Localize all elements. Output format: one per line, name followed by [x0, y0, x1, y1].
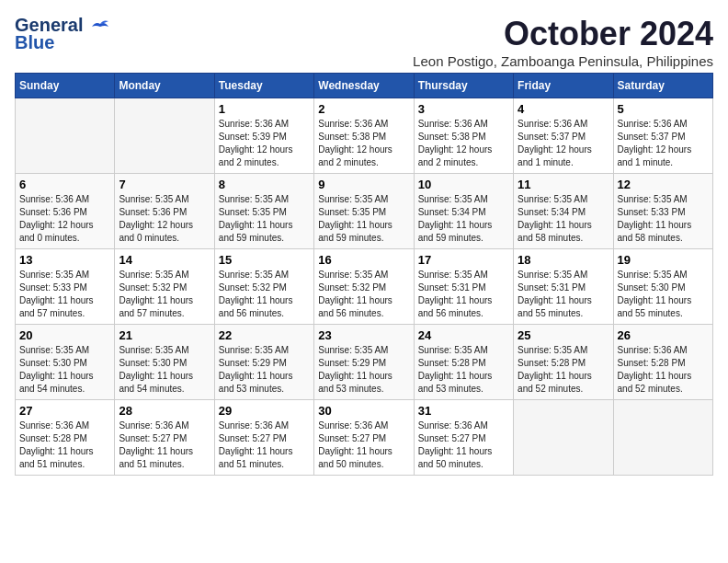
day-info: Sunrise: 5:35 AMSunset: 5:32 PMDaylight:…	[119, 269, 210, 320]
calendar-cell: 18 Sunrise: 5:35 AMSunset: 5:31 PMDaylig…	[514, 249, 613, 325]
day-info: Sunrise: 5:35 AMSunset: 5:28 PMDaylight:…	[418, 344, 509, 396]
day-number: 1	[219, 102, 310, 116]
calendar-cell: 29 Sunrise: 5:36 AMSunset: 5:27 PMDaylig…	[214, 400, 313, 476]
day-number: 27	[19, 404, 110, 418]
day-number: 24	[418, 328, 509, 342]
calendar-cell: 13 Sunrise: 5:35 AMSunset: 5:33 PMDaylig…	[16, 249, 115, 325]
calendar-cell: 9 Sunrise: 5:35 AMSunset: 5:35 PMDayligh…	[314, 174, 414, 249]
day-info: Sunrise: 5:36 AMSunset: 5:27 PMDaylight:…	[318, 419, 409, 471]
calendar-cell: 16 Sunrise: 5:35 AMSunset: 5:32 PMDaylig…	[314, 249, 414, 325]
day-info: Sunrise: 5:36 AMSunset: 5:28 PMDaylight:…	[618, 344, 709, 396]
day-number: 9	[318, 178, 409, 191]
day-info: Sunrise: 5:36 AMSunset: 5:37 PMDaylight:…	[618, 118, 709, 169]
day-number: 26	[618, 328, 709, 342]
week-row-2: 6 Sunrise: 5:36 AMSunset: 5:36 PMDayligh…	[16, 174, 713, 249]
day-number: 30	[318, 404, 409, 418]
day-number: 19	[618, 253, 709, 267]
weekday-header-monday: Monday	[115, 74, 214, 98]
weekday-header-friday: Friday	[514, 74, 613, 98]
calendar-cell: 17 Sunrise: 5:35 AMSunset: 5:31 PMDaylig…	[414, 249, 513, 325]
calendar-cell: 27 Sunrise: 5:36 AMSunset: 5:28 PMDaylig…	[16, 400, 115, 476]
day-info: Sunrise: 5:36 AMSunset: 5:38 PMDaylight:…	[418, 118, 509, 169]
day-number: 17	[418, 253, 509, 267]
day-number: 16	[318, 253, 409, 267]
location-title: Leon Postigo, Zamboanga Peninsula, Phili…	[413, 53, 713, 69]
day-number: 22	[219, 328, 310, 342]
week-row-5: 27 Sunrise: 5:36 AMSunset: 5:28 PMDaylig…	[16, 400, 713, 476]
day-info: Sunrise: 5:35 AMSunset: 5:36 PMDaylight:…	[119, 193, 210, 245]
day-number: 5	[618, 102, 709, 116]
day-number: 7	[119, 178, 210, 191]
calendar-cell: 5 Sunrise: 5:36 AMSunset: 5:37 PMDayligh…	[613, 98, 712, 174]
weekday-header-row: SundayMondayTuesdayWednesdayThursdayFrid…	[16, 74, 713, 98]
calendar-cell: 11 Sunrise: 5:35 AMSunset: 5:34 PMDaylig…	[514, 174, 613, 249]
day-info: Sunrise: 5:35 AMSunset: 5:29 PMDaylight:…	[219, 344, 310, 396]
day-number: 2	[318, 102, 409, 116]
calendar-cell: 1 Sunrise: 5:36 AMSunset: 5:39 PMDayligh…	[214, 98, 313, 174]
calendar-cell: 19 Sunrise: 5:35 AMSunset: 5:30 PMDaylig…	[613, 249, 712, 325]
day-info: Sunrise: 5:36 AMSunset: 5:27 PMDaylight:…	[418, 419, 509, 471]
calendar-cell: 15 Sunrise: 5:35 AMSunset: 5:32 PMDaylig…	[214, 249, 313, 325]
day-number: 3	[418, 102, 509, 116]
weekday-header-thursday: Thursday	[414, 74, 513, 98]
calendar-cell: 12 Sunrise: 5:35 AMSunset: 5:33 PMDaylig…	[613, 174, 712, 249]
day-number: 23	[318, 328, 409, 342]
calendar-cell: 28 Sunrise: 5:36 AMSunset: 5:27 PMDaylig…	[115, 400, 214, 476]
day-number: 12	[618, 178, 709, 191]
calendar-cell: 31 Sunrise: 5:36 AMSunset: 5:27 PMDaylig…	[414, 400, 513, 476]
day-number: 20	[19, 328, 110, 342]
day-number: 14	[119, 253, 210, 267]
calendar-cell: 21 Sunrise: 5:35 AMSunset: 5:30 PMDaylig…	[115, 325, 214, 400]
calendar-cell: 2 Sunrise: 5:36 AMSunset: 5:38 PMDayligh…	[314, 98, 414, 174]
day-number: 13	[19, 253, 110, 267]
calendar-cell: 3 Sunrise: 5:36 AMSunset: 5:38 PMDayligh…	[414, 98, 513, 174]
header: General Blue October 2024 Leon Postigo, …	[15, 15, 713, 69]
day-number: 4	[518, 102, 609, 116]
calendar-cell: 10 Sunrise: 5:35 AMSunset: 5:34 PMDaylig…	[414, 174, 513, 249]
calendar-cell: 7 Sunrise: 5:35 AMSunset: 5:36 PMDayligh…	[115, 174, 214, 249]
weekday-header-tuesday: Tuesday	[214, 74, 313, 98]
day-info: Sunrise: 5:35 AMSunset: 5:32 PMDaylight:…	[318, 269, 409, 320]
weekday-header-saturday: Saturday	[613, 74, 712, 98]
weekday-header-sunday: Sunday	[16, 74, 115, 98]
calendar-table: SundayMondayTuesdayWednesdayThursdayFrid…	[15, 73, 713, 476]
day-info: Sunrise: 5:36 AMSunset: 5:28 PMDaylight:…	[19, 419, 110, 471]
day-number: 11	[518, 178, 609, 191]
calendar-cell: 8 Sunrise: 5:35 AMSunset: 5:35 PMDayligh…	[214, 174, 313, 249]
day-info: Sunrise: 5:35 AMSunset: 5:30 PMDaylight:…	[119, 344, 210, 396]
logo: General Blue	[15, 15, 110, 53]
calendar-cell: 20 Sunrise: 5:35 AMSunset: 5:30 PMDaylig…	[16, 325, 115, 400]
day-number: 10	[418, 178, 509, 191]
day-info: Sunrise: 5:35 AMSunset: 5:32 PMDaylight:…	[219, 269, 310, 320]
calendar-cell: 22 Sunrise: 5:35 AMSunset: 5:29 PMDaylig…	[214, 325, 313, 400]
logo-bird-icon	[90, 19, 110, 34]
day-info: Sunrise: 5:36 AMSunset: 5:38 PMDaylight:…	[318, 118, 409, 169]
week-row-4: 20 Sunrise: 5:35 AMSunset: 5:30 PMDaylig…	[16, 325, 713, 400]
calendar-cell: 14 Sunrise: 5:35 AMSunset: 5:32 PMDaylig…	[115, 249, 214, 325]
day-info: Sunrise: 5:36 AMSunset: 5:36 PMDaylight:…	[19, 193, 110, 245]
week-row-1: 1 Sunrise: 5:36 AMSunset: 5:39 PMDayligh…	[16, 98, 713, 174]
calendar-cell: 30 Sunrise: 5:36 AMSunset: 5:27 PMDaylig…	[314, 400, 414, 476]
day-info: Sunrise: 5:35 AMSunset: 5:34 PMDaylight:…	[418, 193, 509, 245]
day-info: Sunrise: 5:35 AMSunset: 5:33 PMDaylight:…	[618, 193, 709, 245]
calendar-cell	[115, 98, 214, 174]
day-info: Sunrise: 5:35 AMSunset: 5:33 PMDaylight:…	[19, 269, 110, 320]
day-number: 8	[219, 178, 310, 191]
logo-blue: Blue	[15, 32, 54, 53]
calendar-cell: 23 Sunrise: 5:35 AMSunset: 5:29 PMDaylig…	[314, 325, 414, 400]
week-row-3: 13 Sunrise: 5:35 AMSunset: 5:33 PMDaylig…	[16, 249, 713, 325]
day-info: Sunrise: 5:35 AMSunset: 5:31 PMDaylight:…	[518, 269, 609, 320]
calendar-cell: 26 Sunrise: 5:36 AMSunset: 5:28 PMDaylig…	[613, 325, 712, 400]
title-area: October 2024 Leon Postigo, Zamboanga Pen…	[413, 15, 713, 69]
day-info: Sunrise: 5:36 AMSunset: 5:37 PMDaylight:…	[518, 118, 609, 169]
day-info: Sunrise: 5:35 AMSunset: 5:29 PMDaylight:…	[318, 344, 409, 396]
day-number: 21	[119, 328, 210, 342]
day-info: Sunrise: 5:36 AMSunset: 5:27 PMDaylight:…	[219, 419, 310, 471]
month-title: October 2024	[413, 15, 713, 53]
day-number: 25	[518, 328, 609, 342]
day-number: 6	[19, 178, 110, 191]
day-number: 28	[119, 404, 210, 418]
day-info: Sunrise: 5:36 AMSunset: 5:39 PMDaylight:…	[219, 118, 310, 169]
weekday-header-wednesday: Wednesday	[314, 74, 414, 98]
calendar-cell	[613, 400, 712, 476]
